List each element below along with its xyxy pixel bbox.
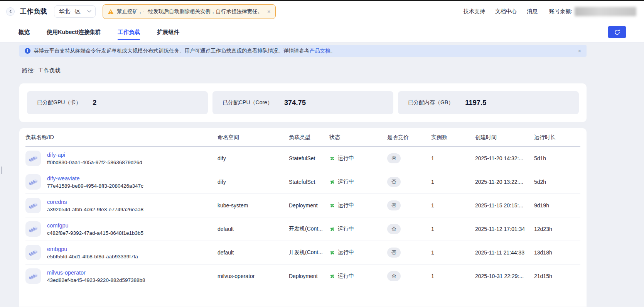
workload-boxes-icon [25, 268, 41, 284]
created-cell: 2025-11-11 21:44:33 [475, 249, 534, 256]
col-type: 负载类型 [289, 134, 329, 141]
workload-boxes-icon [25, 221, 41, 237]
workload-name-cell: dify-weaviate 77e41589-be89-4954-8ff3-20… [25, 174, 217, 190]
type-cell: 开发机(Cont... [289, 249, 329, 256]
type-cell: Deployment [289, 202, 329, 209]
workload-name-link[interactable]: embgpu [47, 246, 138, 252]
col-instances: 实例数 [431, 134, 475, 141]
tab-kubectl-connect[interactable]: 使用Kubectl连接集群 [47, 22, 101, 42]
workload-id: 77e41589-be89-4954-8ff3-2080426a347c [47, 183, 143, 189]
col-duration: 运行时长 [534, 134, 580, 141]
warning-triangle-icon [108, 9, 114, 14]
status-text: 运行中 [338, 249, 354, 256]
workload-boxes-icon [25, 174, 41, 190]
col-status: 状态 [329, 134, 387, 141]
status-cell: 运行中 [329, 249, 387, 256]
namespace-cell: dify [217, 179, 289, 185]
stat-cpu-value: 374.75 [284, 99, 306, 107]
instances-cell: 1 [431, 202, 475, 209]
duration-cell: 5d1h [534, 155, 580, 161]
type-cell: 开发机(Cont... [289, 226, 329, 232]
workload-name-cell: embgpu e5bf55fd-4bd1-4fb8-bf8d-aab93339f… [25, 245, 217, 260]
duration-cell: 13d18h [534, 249, 580, 256]
refresh-button[interactable] [608, 26, 626, 38]
workload-name-link[interactable]: dify-api [47, 152, 142, 158]
chevron-left-icon [9, 10, 12, 13]
allocation-stats-card: 已分配GPU（卡） 2 已分配CPU（Core） 374.75 已分配内存（GB… [19, 83, 587, 122]
duration-cell: 21d15h [534, 273, 580, 279]
tab-overview[interactable]: 概览 [19, 22, 30, 42]
refresh-icon [614, 29, 620, 36]
breadcrumb-label: 路径: [22, 67, 35, 74]
instances-cell: 1 [431, 249, 475, 256]
col-namespace: 命名空间 [217, 134, 289, 141]
table-row: milvus-operator 43ed82ef-ba45-4923-9220-… [25, 265, 580, 288]
type-cell: StatefulSet [289, 179, 329, 185]
created-cell: 2025-11-15 20:15:... [475, 202, 534, 209]
chevron-down-icon [87, 10, 91, 13]
product-docs-link[interactable]: 产品文档 [310, 47, 330, 54]
nav-tech-support[interactable]: 技术支持 [464, 8, 485, 15]
breadcrumb: 路径: 工作负载 [19, 67, 587, 74]
duration-cell: 5d2h [534, 179, 580, 185]
running-spinner-icon [329, 226, 335, 232]
status-text: 运行中 [338, 226, 354, 232]
stat-memory-label: 已分配内存（GB） [408, 99, 453, 106]
spot-cell: 否 [387, 177, 431, 187]
namespace-cell: milvus-operator [217, 273, 289, 279]
workload-name-cell: coredns a392b54d-afbb-4c62-9fe3-e7749a26… [25, 198, 217, 213]
stat-cpu-label: 已分配CPU（Core） [223, 99, 273, 106]
status-text: 运行中 [338, 155, 354, 162]
back-button[interactable] [6, 7, 15, 16]
namespace-cell: dify [217, 155, 289, 161]
workload-id: ff0bd830-0aa1-405a-97f2-58636879d26d [47, 159, 142, 165]
namespace-cell: kube-system [217, 202, 289, 209]
main-content: 英博云平台支持从终端命令行发起单机或大规模分布式训练任务。用户可通过工作负载直观… [19, 45, 587, 307]
spot-cell: 否 [387, 248, 431, 258]
spot-cell: 否 [387, 224, 431, 234]
warning-close-icon[interactable]: × [267, 8, 271, 14]
table-row: dify-weaviate 77e41589-be89-4954-8ff3-20… [25, 170, 580, 194]
left-scrollbar-handle[interactable] [1, 166, 2, 174]
table-row: embgpu e5bf55fd-4bd1-4fb8-bf8d-aab93339f… [25, 241, 580, 265]
status-cell: 运行中 [329, 202, 387, 209]
spot-cell: 否 [387, 200, 431, 210]
breadcrumb-value: 工作负载 [38, 67, 61, 74]
created-cell: 2025-11-20 14:32:... [475, 155, 534, 161]
running-spinner-icon [329, 203, 335, 209]
stat-memory-value: 1197.5 [465, 99, 486, 107]
stat-gpu: 已分配GPU（卡） 2 [27, 91, 208, 114]
page-title: 工作负载 [20, 7, 47, 16]
workload-name-link[interactable]: comfgpu [47, 222, 143, 229]
duration-cell: 9d19h [534, 202, 580, 209]
workload-name-cell: dify-api ff0bd830-0aa1-405a-97f2-5863687… [25, 151, 217, 166]
created-cell: 2025-10-31 22:29:... [475, 273, 534, 279]
workload-name-link[interactable]: dify-weaviate [47, 175, 143, 181]
status-text: 运行中 [338, 202, 354, 209]
workloads-table: 负载名称/ID 命名空间 负载类型 状态 是否竞价 实例数 创建时间 运行时长 … [19, 128, 587, 307]
tab-workloads[interactable]: 工作负载 [118, 22, 140, 42]
region-selector[interactable]: 华北一区 [54, 5, 96, 18]
workload-name-cell: milvus-operator 43ed82ef-ba45-4923-9220-… [25, 268, 217, 284]
created-cell: 2025-11-12 17:01:34 [475, 226, 534, 232]
workload-boxes-icon [25, 198, 41, 213]
workload-name-cell: comfgpu c482f8e7-9392-47ad-a415-8648f1e1… [25, 221, 217, 237]
mining-warning-banner: 禁止挖矿，一经发现后自动删除相关实例，自行承担法律责任。 × [103, 4, 276, 19]
tab-extensions[interactable]: 扩展组件 [157, 22, 179, 42]
workload-id: a392b54d-afbb-4c62-9fe3-e7749a26eaa8 [47, 207, 143, 212]
running-spinner-icon [329, 250, 335, 256]
workload-id: e5bf55fd-4bd1-4fb8-bf8d-aab93339f7fa [47, 254, 138, 260]
nav-messages[interactable]: 消息 [527, 8, 538, 15]
workload-boxes-icon [25, 151, 41, 166]
notice-close-icon[interactable]: × [578, 48, 581, 54]
status-cell: 运行中 [329, 155, 387, 162]
workload-name-link[interactable]: coredns [47, 199, 143, 205]
workload-name-link[interactable]: milvus-operator [47, 270, 145, 276]
region-selector-value: 华北一区 [59, 8, 81, 15]
info-icon [25, 48, 30, 54]
stat-memory: 已分配内存（GB） 1197.5 [398, 91, 579, 114]
status-text: 运行中 [338, 178, 354, 185]
spot-cell: 否 [387, 271, 431, 281]
nav-doc-center[interactable]: 文档中心 [495, 8, 517, 15]
table-row: comfgpu c482f8e7-9392-47ad-a415-8648f1e1… [25, 217, 580, 241]
